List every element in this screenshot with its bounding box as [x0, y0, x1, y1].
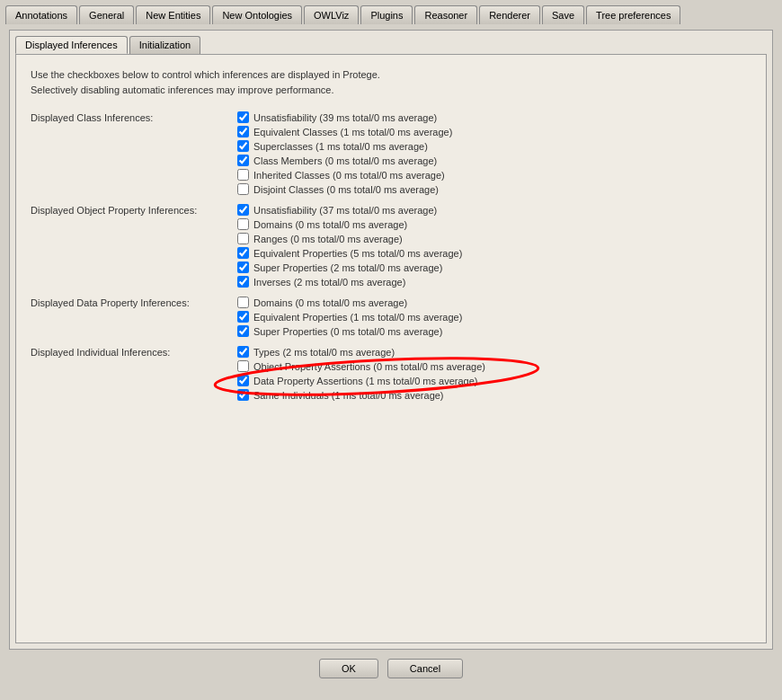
checkbox-label: Super Properties (2 ms total/0 ms averag… [253, 262, 442, 273]
checkbox-label: Unsatisfiability (37 ms total/0 ms avera… [253, 205, 437, 216]
checkbox-label: Inherited Classes (0 ms total/0 ms avera… [253, 170, 445, 181]
checkbox-label: Domains (0 ms total/0 ms average) [253, 219, 407, 230]
checkbox-row: Inherited Classes (0 ms total/0 ms avera… [237, 169, 452, 181]
individual-inferences-section: Displayed Individual Inferences: Types (… [31, 346, 751, 401]
checkbox-row: Equivalent Properties (1 ms total/0 ms a… [237, 311, 462, 323]
checkbox-label: Class Members (0 ms total/0 ms average) [253, 155, 437, 166]
inner-panel: Displayed InferencesInitialization Use t… [9, 30, 773, 650]
checkbox-label: Disjoint Classes (0 ms total/0 ms averag… [253, 184, 439, 195]
checkbox-row: Unsatisfiability (37 ms total/0 ms avera… [237, 204, 462, 216]
object-property-section: Displayed Object Property Inferences: Un… [31, 204, 751, 288]
content-panel: Use the checkboxes below to control whic… [15, 54, 767, 643]
data-property-section: Displayed Data Property Inferences: Doma… [31, 297, 751, 337]
checkbox-input[interactable] [237, 140, 249, 152]
checkbox-label: Inverses (2 ms total/0 ms average) [253, 277, 405, 288]
sub-tab-displayed-inferences[interactable]: Displayed Inferences [15, 36, 128, 54]
bottom-bar: OK Cancel [9, 650, 773, 691]
checkbox-row: Object Property Assertions (0 ms total/0… [237, 360, 485, 372]
checkbox-input[interactable] [237, 276, 249, 288]
checkbox-row: Unsatisfiability (39 ms total/0 ms avera… [237, 111, 452, 123]
checkbox-row: Types (2 ms total/0 ms average) [237, 346, 485, 358]
checkbox-label: Equivalent Classes (1 ms total/0 ms aver… [253, 127, 452, 137]
checkbox-row: Superclasses (1 ms total/0 ms average) [237, 140, 452, 152]
individual-inferences-label: Displayed Individual Inferences: [31, 346, 237, 401]
checkbox-row: Equivalent Properties (5 ms total/0 ms a… [237, 247, 462, 259]
individual-inferences-checkboxes: Types (2 ms total/0 ms average)Object Pr… [237, 346, 485, 401]
checkbox-input[interactable] [237, 169, 249, 181]
checkbox-label: Data Property Assertions (1 ms total/0 m… [253, 376, 477, 386]
checkbox-label: Object Property Assertions (0 ms total/0… [253, 361, 485, 372]
data-property-checkboxes: Domains (0 ms total/0 ms average)Equival… [237, 297, 462, 337]
checkbox-label: Domains (0 ms total/0 ms average) [253, 297, 407, 308]
checkbox-input[interactable] [237, 261, 249, 273]
checkbox-input[interactable] [237, 297, 249, 308]
checkbox-label: Types (2 ms total/0 ms average) [253, 347, 395, 358]
top-tab-general[interactable]: General [79, 5, 134, 24]
checkbox-input[interactable] [237, 111, 249, 123]
checkbox-label: Super Properties (0 ms total/0 ms averag… [253, 326, 442, 337]
checkbox-label: Equivalent Properties (1 ms total/0 ms a… [253, 312, 462, 323]
ok-button[interactable]: OK [319, 659, 378, 678]
checkbox-input[interactable] [237, 183, 249, 195]
main-window: AnnotationsGeneralNew EntitiesNew Ontolo… [0, 0, 782, 700]
checkbox-label: Ranges (0 ms total/0 ms average) [253, 234, 403, 244]
checkbox-input[interactable] [237, 126, 249, 137]
checkbox-input[interactable] [237, 346, 249, 358]
checkbox-row: Data Property Assertions (1 ms total/0 m… [237, 375, 485, 386]
checkbox-row: Class Members (0 ms total/0 ms average) [237, 155, 452, 166]
class-inferences-label: Displayed Class Inferences: [31, 111, 237, 195]
object-property-checkboxes: Unsatisfiability (37 ms total/0 ms avera… [237, 204, 462, 288]
top-tab-new-ontologies[interactable]: New Ontologies [212, 5, 302, 24]
checkbox-row: Domains (0 ms total/0 ms average) [237, 297, 462, 308]
checkbox-label: Same Individuals (1 ms total/0 ms averag… [253, 390, 444, 401]
object-property-label: Displayed Object Property Inferences: [31, 204, 237, 288]
checkbox-input[interactable] [237, 218, 249, 230]
checkbox-row: Super Properties (2 ms total/0 ms averag… [237, 261, 462, 273]
checkbox-input[interactable] [237, 247, 249, 259]
checkbox-label: Superclasses (1 ms total/0 ms average) [253, 141, 428, 152]
top-tab-new-entities[interactable]: New Entities [136, 5, 210, 24]
top-tab-tree-preferences[interactable]: Tree preferences [586, 5, 680, 24]
sub-tab-bar: Displayed InferencesInitialization [10, 31, 772, 54]
checkbox-input[interactable] [237, 233, 249, 244]
checkbox-row: Equivalent Classes (1 ms total/0 ms aver… [237, 126, 452, 137]
checkbox-row: Same Individuals (1 ms total/0 ms averag… [237, 389, 485, 401]
sub-tab-initialization[interactable]: Initialization [129, 36, 200, 54]
cancel-button[interactable]: Cancel [387, 659, 463, 678]
checkbox-row: Domains (0 ms total/0 ms average) [237, 218, 462, 230]
checkbox-label: Unsatisfiability (39 ms total/0 ms avera… [253, 112, 437, 123]
checkbox-row: Disjoint Classes (0 ms total/0 ms averag… [237, 183, 452, 195]
checkbox-row: Ranges (0 ms total/0 ms average) [237, 233, 462, 244]
class-inferences-section: Displayed Class Inferences: Unsatisfiabi… [31, 111, 751, 195]
top-tab-bar: AnnotationsGeneralNew EntitiesNew Ontolo… [0, 0, 782, 24]
top-tab-save[interactable]: Save [542, 5, 584, 24]
top-tab-renderer[interactable]: Renderer [479, 5, 540, 24]
checkbox-row: Inverses (2 ms total/0 ms average) [237, 276, 462, 288]
top-tab-reasoner[interactable]: Reasoner [414, 5, 477, 24]
main-content-area: Displayed InferencesInitialization Use t… [0, 24, 782, 700]
description: Use the checkboxes below to control whic… [31, 67, 751, 97]
checkbox-input[interactable] [237, 325, 249, 337]
checkbox-input[interactable] [237, 360, 249, 372]
checkbox-row: Super Properties (0 ms total/0 ms averag… [237, 325, 462, 337]
checkbox-input[interactable] [237, 311, 249, 323]
checkbox-label: Equivalent Properties (5 ms total/0 ms a… [253, 248, 462, 259]
checkbox-input[interactable] [237, 375, 249, 386]
data-property-label: Displayed Data Property Inferences: [31, 297, 237, 337]
top-tab-plugins[interactable]: Plugins [360, 5, 413, 24]
checkbox-input[interactable] [237, 389, 249, 401]
class-inferences-checkboxes: Unsatisfiability (39 ms total/0 ms avera… [237, 111, 452, 195]
checkbox-input[interactable] [237, 204, 249, 216]
description-line2: Selectively disabling automatic inferenc… [31, 84, 334, 95]
description-line1: Use the checkboxes below to control whic… [31, 69, 380, 80]
checkbox-input[interactable] [237, 155, 249, 166]
top-tab-annotations[interactable]: Annotations [5, 5, 77, 24]
top-tab-owlviz[interactable]: OWLViz [304, 5, 359, 24]
